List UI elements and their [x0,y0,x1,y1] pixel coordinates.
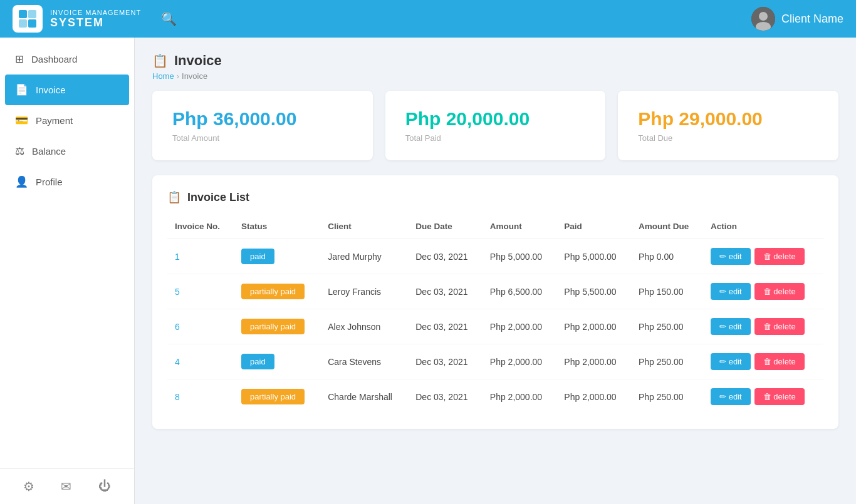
cell-amount-due: Php 250.00 [631,379,703,414]
cell-due-date: Dec 03, 2021 [408,239,483,274]
edit-button[interactable]: ✏ edit [711,318,751,335]
cell-amount: Php 6,500.00 [483,274,557,309]
cell-invoice-no: 6 [167,309,234,344]
col-paid: Paid [556,217,631,239]
summary-cards: Php 36,000.00 Total Amount Php 20,000.00… [152,91,838,160]
sidebar-item-balance[interactable]: ⚖ Balance [0,136,134,167]
client-name: Client Name [781,13,843,26]
table-row: 6 partially paid Alex Johnson Dec 03, 20… [167,309,823,344]
page-title-row: 📋 Invoice [152,53,838,69]
cell-due-date: Dec 03, 2021 [408,344,483,379]
delete-button[interactable]: 🗑 delete [754,248,805,265]
balance-icon: ⚖ [15,145,24,158]
delete-button[interactable]: 🗑 delete [754,283,805,300]
cell-paid: Php 5,000.00 [556,239,631,274]
cell-amount: Php 2,000.00 [483,309,557,344]
page-title: Invoice [174,53,222,69]
invoice-list-icon: 📋 [167,190,181,204]
logo-top: INVOICE MANAGEMENT [50,9,141,16]
edit-button[interactable]: ✏ edit [711,353,751,370]
status-badge: partially paid [241,319,305,334]
cell-amount-due: Php 250.00 [631,309,703,344]
breadcrumb-current: Invoice [182,71,207,81]
payment-icon: 💳 [15,114,28,127]
cell-action: ✏ edit 🗑 delete [703,239,823,274]
cell-client: Charde Marshall [320,379,408,414]
cell-paid: Php 2,000.00 [556,309,631,344]
sidebar-label-balance: Balance [32,146,66,157]
nav-left: INVOICE MANAGEMENT SYSTEM 🔍 [13,5,177,33]
main-content: 📋 Invoice Home › Invoice Php 36,000.00 T… [135,38,856,504]
invoice-section-title-row: 📋 Invoice List [167,190,823,204]
table-row: 4 paid Cara Stevens Dec 03, 2021 Php 2,0… [167,344,823,379]
dashboard-icon: ⊞ [15,53,24,66]
status-badge: paid [241,354,274,369]
sidebar-bottom: ⚙ ✉ ⏻ [0,468,134,504]
cell-action: ✏ edit 🗑 delete [703,344,823,379]
col-invoice-no: Invoice No. [167,217,234,239]
logo-bottom: SYSTEM [50,16,141,29]
nav-right: Client Name [751,7,843,31]
table-row: 8 partially paid Charde Marshall Dec 03,… [167,379,823,414]
cell-status: partially paid [234,379,320,414]
top-navbar: INVOICE MANAGEMENT SYSTEM 🔍 Client Name [0,0,856,38]
svg-rect-3 [28,19,36,28]
edit-button[interactable]: ✏ edit [711,283,751,300]
status-badge: paid [241,249,274,264]
cell-status: partially paid [234,309,320,344]
sidebar-label-invoice: Invoice [36,85,66,95]
invoice-icon: 📄 [15,83,28,96]
edit-button[interactable]: ✏ edit [711,248,751,265]
svg-point-5 [759,12,768,21]
total-paid-label: Total Paid [405,133,586,143]
mail-icon[interactable]: ✉ [61,479,71,494]
sidebar-item-payment[interactable]: 💳 Payment [0,105,134,136]
sidebar-label-payment: Payment [36,115,73,126]
cell-invoice-no: 8 [167,379,234,414]
total-due-value: Php 29,000.00 [638,108,818,130]
sidebar: ⊞ Dashboard 📄 Invoice 💳 Payment ⚖ Balanc… [0,38,135,504]
delete-button[interactable]: 🗑 delete [754,353,805,370]
avatar [751,7,775,31]
total-amount-label: Total Amount [172,133,353,143]
cell-due-date: Dec 03, 2021 [408,274,483,309]
action-buttons: ✏ edit 🗑 delete [711,318,816,335]
table-row: 1 paid Jared Murphy Dec 03, 2021 Php 5,0… [167,239,823,274]
search-icon[interactable]: 🔍 [161,11,177,26]
sidebar-nav: ⊞ Dashboard 📄 Invoice 💳 Payment ⚖ Balanc… [0,44,134,197]
total-amount-card: Php 36,000.00 Total Amount [152,91,373,160]
cell-paid: Php 2,000.00 [556,379,631,414]
sidebar-label-dashboard: Dashboard [31,54,77,64]
invoice-list-title: Invoice List [187,191,249,204]
sidebar-item-dashboard[interactable]: ⊞ Dashboard [0,44,134,75]
invoice-table-body: 1 paid Jared Murphy Dec 03, 2021 Php 5,0… [167,239,823,414]
logo-text: INVOICE MANAGEMENT SYSTEM [50,9,141,29]
cell-client: Leroy Francis [320,274,408,309]
cell-status: paid [234,344,320,379]
cell-paid: Php 5,500.00 [556,274,631,309]
cell-due-date: Dec 03, 2021 [408,379,483,414]
page-title-icon: 📋 [152,53,168,68]
delete-button[interactable]: 🗑 delete [754,318,805,335]
edit-button[interactable]: ✏ edit [711,388,751,405]
invoice-table: Invoice No. Status Client Due Date Amoun… [167,217,823,414]
page-header: 📋 Invoice Home › Invoice [152,53,838,81]
power-icon[interactable]: ⏻ [98,479,111,494]
action-buttons: ✏ edit 🗑 delete [711,283,816,300]
cell-due-date: Dec 03, 2021 [408,309,483,344]
sidebar-item-profile[interactable]: 👤 Profile [0,167,134,197]
settings-icon[interactable]: ⚙ [23,479,34,494]
cell-client: Cara Stevens [320,344,408,379]
cell-action: ✏ edit 🗑 delete [703,309,823,344]
breadcrumb: Home › Invoice [152,71,838,81]
breadcrumb-home[interactable]: Home [152,71,174,81]
col-client: Client [320,217,408,239]
breadcrumb-separator: › [177,71,179,81]
logo-icon [18,9,38,29]
sidebar-item-invoice[interactable]: 📄 Invoice [5,75,129,105]
sidebar-label-profile: Profile [36,177,63,187]
delete-button[interactable]: 🗑 delete [754,388,805,405]
status-badge: partially paid [241,284,305,299]
logo-box [13,5,43,33]
col-amount: Amount [483,217,557,239]
